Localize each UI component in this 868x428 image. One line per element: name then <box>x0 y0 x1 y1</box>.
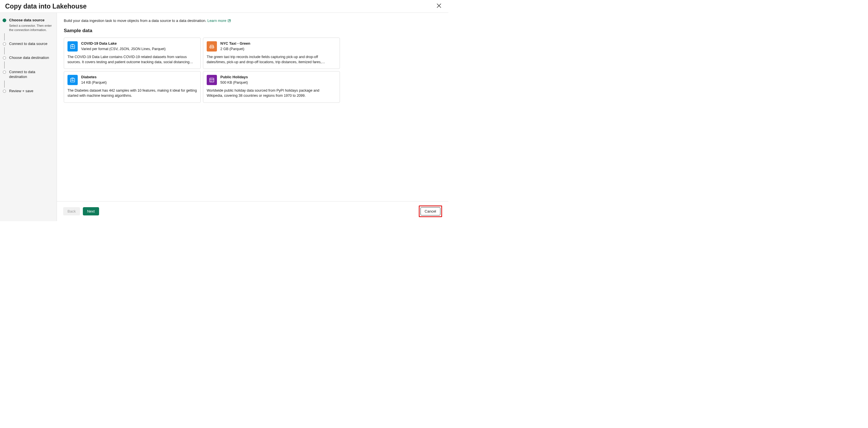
card-covid19-data-lake[interactable]: COVID-19 Data Lake Varied per format (CS… <box>64 38 201 69</box>
health-icon <box>67 75 78 85</box>
card-nyc-taxi-green[interactable]: NYC Taxi - Green 2 GB (Parquet) The gree… <box>203 38 340 69</box>
step-connector <box>4 62 5 69</box>
step-bullet-active-icon <box>3 19 6 22</box>
step-bullet-icon <box>3 90 6 93</box>
svg-point-11 <box>210 81 211 82</box>
step-connector <box>4 80 5 88</box>
step-title: Review + save <box>9 89 54 94</box>
footer-left-buttons: Back Next <box>63 207 99 216</box>
card-diabetes[interactable]: Diabetes 14 KB (Parquet) The Diabetes da… <box>64 71 201 102</box>
close-button[interactable] <box>435 2 443 10</box>
back-button: Back <box>63 207 80 216</box>
svg-point-3 <box>213 48 213 48</box>
svg-rect-1 <box>210 47 214 48</box>
cancel-highlight: Cancel <box>419 205 442 217</box>
step-title: Connect to data destination <box>9 70 54 79</box>
card-title: Public Holidays <box>220 75 248 80</box>
step-bullet-icon <box>3 56 6 60</box>
card-title: NYC Taxi - Green <box>220 41 250 46</box>
step-title: Choose data destination <box>9 56 54 60</box>
learn-more-link[interactable]: Learn more <box>207 19 230 23</box>
cancel-button[interactable]: Cancel <box>421 207 440 216</box>
dialog-title: Copy data into Lakehouse <box>5 3 87 10</box>
card-subtitle: 2 GB (Parquet) <box>220 47 250 51</box>
sample-data-heading: Sample data <box>64 28 441 34</box>
card-subtitle: 500 KB (Parquet) <box>220 80 248 85</box>
external-link-icon <box>227 19 231 23</box>
taxi-icon <box>207 41 217 52</box>
step-connect-to-data-destination[interactable]: Connect to data destination <box>3 70 54 79</box>
step-bullet-icon <box>3 42 6 45</box>
dialog-header: Copy data into Lakehouse <box>0 0 448 13</box>
card-description: The COVID-19 Data Lake contains COVID-19… <box>67 54 197 65</box>
card-header: NYC Taxi - Green 2 GB (Parquet) <box>207 41 336 52</box>
dialog-footer: Back Next Cancel <box>57 201 448 221</box>
card-description: The green taxi trip records include fiel… <box>207 54 336 65</box>
svg-point-2 <box>210 48 211 48</box>
svg-point-8 <box>210 80 211 81</box>
card-header: COVID-19 Data Lake Varied per format (CS… <box>67 41 197 52</box>
step-connect-to-data-source[interactable]: Connect to data source <box>3 41 54 46</box>
svg-point-12 <box>212 81 212 82</box>
card-subtitle: Varied per format (CSV, JSON, JSON Lines… <box>81 47 166 51</box>
step-title: Choose data source <box>9 18 54 23</box>
calendar-icon <box>207 75 217 85</box>
dialog-body: Choose data source Select a connector. T… <box>0 13 448 221</box>
card-description: Worldwide public holiday data sourced fr… <box>207 88 336 98</box>
step-choose-data-destination[interactable]: Choose data destination <box>3 56 54 60</box>
close-icon <box>436 3 441 10</box>
step-title: Connect to data source <box>9 41 54 46</box>
card-description: The Diabetes dataset has 442 samples wit… <box>67 88 197 98</box>
next-button[interactable]: Next <box>83 207 99 216</box>
step-bullet-icon <box>3 71 6 74</box>
sample-data-cards: COVID-19 Data Lake Varied per format (CS… <box>64 38 340 103</box>
main-panel: Build your data ingestion task to move o… <box>57 13 448 221</box>
copy-data-dialog: Copy data into Lakehouse Choose data sou… <box>0 0 448 221</box>
card-header: Public Holidays 500 KB (Parquet) <box>207 75 336 85</box>
card-subtitle: 14 KB (Parquet) <box>81 80 107 85</box>
card-public-holidays[interactable]: Public Holidays 500 KB (Parquet) Worldwi… <box>203 71 340 102</box>
health-icon <box>67 41 78 52</box>
step-review-save[interactable]: Review + save <box>3 89 54 94</box>
content-area: Build your data ingestion task to move o… <box>57 13 448 201</box>
intro-copy: Build your data ingestion task to move o… <box>64 19 207 23</box>
card-title: COVID-19 Data Lake <box>81 41 166 46</box>
svg-point-10 <box>213 80 213 81</box>
step-description: Select a connector. Then enter the conne… <box>9 24 54 32</box>
step-choose-data-source[interactable]: Choose data source Select a connector. T… <box>3 18 54 32</box>
svg-point-9 <box>212 80 212 81</box>
step-connector <box>4 47 5 54</box>
learn-more-label: Learn more <box>207 19 226 23</box>
step-connector <box>4 33 5 40</box>
wizard-steps: Choose data source Select a connector. T… <box>0 13 57 221</box>
card-title: Diabetes <box>81 75 107 80</box>
intro-text: Build your data ingestion task to move o… <box>64 19 441 23</box>
card-header: Diabetes 14 KB (Parquet) <box>67 75 197 85</box>
